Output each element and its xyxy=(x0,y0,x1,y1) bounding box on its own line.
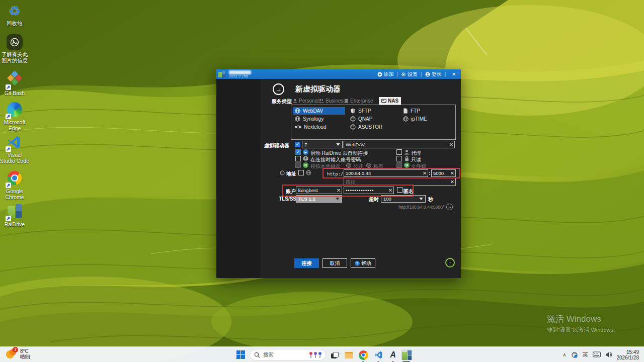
desktop-icon-microsoft-edge[interactable]: ↗ Microsoft Edge xyxy=(0,102,29,131)
host-field[interactable]: ✕ xyxy=(344,169,428,177)
service-webdav[interactable]: WebDAV xyxy=(293,107,345,115)
service-sftp[interactable]: SFTP xyxy=(348,107,400,115)
shortcut-arrow-icon: ↗ xyxy=(6,216,11,221)
desktop-icon-label: 了解有关此图片的信息 xyxy=(0,51,29,63)
tab-nas[interactable]: NAS xyxy=(379,97,401,105)
clear-icon[interactable]: ✕ xyxy=(449,179,455,185)
login-button[interactable]: 登录 xyxy=(425,71,442,78)
anonymous-checkbox[interactable] xyxy=(397,187,403,193)
auto-connect-label: 启动 RaiDrive 后自动连接 xyxy=(310,150,368,157)
readonly-checkbox[interactable] xyxy=(396,156,402,161)
start-button[interactable] xyxy=(236,350,245,359)
close-button[interactable]: × xyxy=(449,70,459,78)
path-input[interactable] xyxy=(344,179,449,185)
file-explorer-button[interactable] xyxy=(343,349,354,360)
back-arrow-button[interactable]: → xyxy=(273,83,284,95)
clear-icon[interactable]: ✕ xyxy=(448,142,454,147)
desktop-icon-label: Visual Studio Code xyxy=(0,152,29,164)
connect-button[interactable]: 连接 xyxy=(294,258,319,268)
drive-name-field[interactable]: ✕ xyxy=(344,141,455,148)
pinned-app-button[interactable]: A xyxy=(387,349,398,360)
window-titlebar[interactable]: 2023.9.256 添加 | 设置 | 登录 | × xyxy=(216,69,461,79)
clear-icon[interactable]: ✕ xyxy=(449,170,455,176)
drive-letter-select[interactable]: Z: xyxy=(302,141,343,148)
app-a-icon: A xyxy=(390,350,396,359)
desktop-icon-google-chrome[interactable]: ↗ Google Chrome xyxy=(0,170,29,200)
desktop-icon-git-bash[interactable]: ↗ Git Bash xyxy=(0,70,29,96)
drive-enabled-checkbox[interactable] xyxy=(295,142,300,147)
search-decoration-icon xyxy=(309,352,321,358)
tab-personal[interactable]: Personal xyxy=(293,97,318,105)
clear-icon[interactable]: ✕ xyxy=(387,188,393,193)
address-label: 地址 xyxy=(286,170,296,177)
prompt-credentials-checkbox[interactable] xyxy=(295,156,301,161)
user-circle-icon xyxy=(425,72,430,77)
password-field[interactable]: ✕ xyxy=(344,187,394,194)
touch-keyboard-icon[interactable] xyxy=(593,351,601,358)
desktop-icon-recycle-bin[interactable]: ♻ 回收站 xyxy=(0,3,29,26)
anonymous-label: 匿名 xyxy=(404,188,414,195)
open-url-icon[interactable]: → xyxy=(446,204,453,210)
ime-indicator[interactable]: 英 xyxy=(583,351,588,358)
weather-widget[interactable]: 7 8°C 晴朗 xyxy=(6,348,30,359)
task-view-button[interactable] xyxy=(329,349,340,360)
desktop-icon-label: 回收站 xyxy=(0,20,29,26)
service-nextcloud[interactable]: Nextcloud xyxy=(293,123,345,131)
service-synology[interactable]: Synology xyxy=(293,115,345,123)
desktop-icon-raidrive[interactable]: ↗ RaiDrive xyxy=(0,203,29,227)
path-field[interactable]: ✕ xyxy=(344,178,456,186)
time-text: 15:49 xyxy=(617,349,639,355)
service-qnap[interactable]: QNAP xyxy=(348,115,400,123)
network-status-icon[interactable] xyxy=(571,351,578,358)
clear-icon[interactable]: ✕ xyxy=(422,170,428,176)
clock[interactable]: 15:49 2026/1/28 xyxy=(617,349,639,360)
timeout-select[interactable]: 100 xyxy=(381,195,426,203)
raidrive-taskbar-button[interactable] xyxy=(401,349,412,360)
speaker-icon[interactable] xyxy=(605,351,612,358)
service-type-label: 服务类型 xyxy=(272,98,292,105)
notification-badge: 7 xyxy=(13,347,18,352)
desktop-icon-vscode[interactable]: ↗ Visual Studio Code xyxy=(0,135,29,164)
hidden-icons-chevron[interactable]: ∧ xyxy=(562,352,566,357)
play-circle-icon xyxy=(303,149,308,155)
cancel-button[interactable]: 取消 xyxy=(323,258,347,268)
desktop-icon-picture-info[interactable]: 了解有关此图片的信息 xyxy=(0,34,29,63)
globe-icon xyxy=(295,108,300,114)
port-field[interactable]: ✕ xyxy=(431,169,456,177)
recycle-bin-icon: ♻ xyxy=(7,3,23,19)
username-input[interactable] xyxy=(296,188,336,193)
proxy-checkbox[interactable] xyxy=(396,149,402,155)
separator: | xyxy=(421,71,422,77)
vscode-icon xyxy=(374,350,383,359)
address-checkbox[interactable] xyxy=(298,170,304,175)
vscode-taskbar-button[interactable] xyxy=(373,349,384,360)
version-text: 2023.9.256 xyxy=(229,74,248,78)
tab-business[interactable]: Business xyxy=(318,97,346,105)
settings-button[interactable]: 设置 xyxy=(401,71,418,78)
help-button[interactable]: ?帮助 xyxy=(351,258,375,268)
picture-info-icon xyxy=(7,34,23,50)
chrome-taskbar-button[interactable] xyxy=(358,349,369,360)
preview-url[interactable]: http://100.64.0.44:5000/ xyxy=(398,205,444,210)
port-input[interactable] xyxy=(432,170,449,176)
tab-enterprise[interactable]: Enterprise xyxy=(344,97,373,105)
scroll-up-button[interactable]: ↑ xyxy=(445,258,455,267)
search-icon xyxy=(254,352,260,358)
service-asustor[interactable]: ASUSTOR xyxy=(348,123,400,131)
add-button[interactable]: 添加 xyxy=(377,71,394,78)
drive-name-input[interactable] xyxy=(344,142,448,147)
tls-select[interactable]: TLS 1.2 xyxy=(296,195,342,203)
service-ftp[interactable]: FTP xyxy=(401,107,453,115)
clear-icon[interactable]: ✕ xyxy=(336,188,342,193)
service-iptime[interactable]: ipTIME xyxy=(401,115,453,123)
password-input[interactable] xyxy=(344,188,387,193)
user-icon xyxy=(303,156,308,161)
raidrive-icon xyxy=(402,350,412,360)
host-input[interactable] xyxy=(344,170,422,176)
search-box[interactable]: 搜索 xyxy=(250,349,326,360)
app-name-blurred xyxy=(229,70,251,74)
timeout-label: 超时 xyxy=(369,196,379,203)
weather-temp: 8°C xyxy=(20,348,30,354)
username-field[interactable]: ✕ xyxy=(296,187,342,194)
auto-connect-checkbox[interactable] xyxy=(295,149,301,155)
